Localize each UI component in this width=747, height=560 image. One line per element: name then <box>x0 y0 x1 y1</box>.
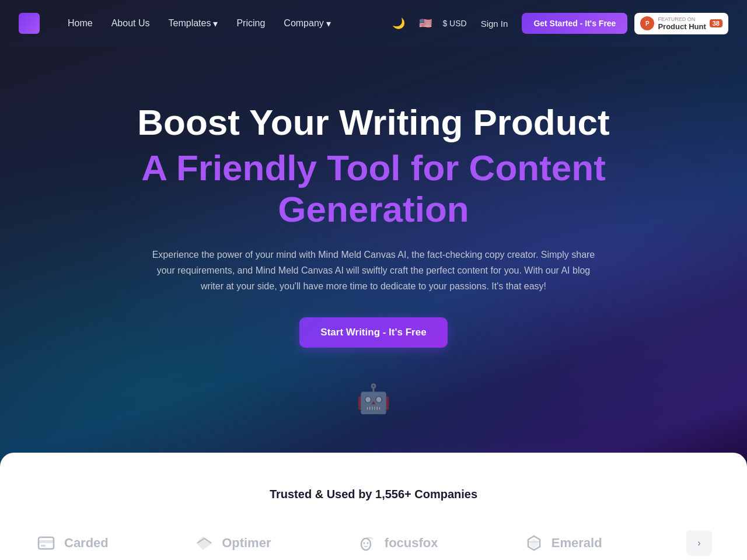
nav-company[interactable]: Company ▾ <box>274 13 340 34</box>
company-name: focusfox <box>385 536 438 551</box>
company-logos: Carded Optimer focusfox <box>35 530 712 556</box>
svg-rect-1 <box>39 540 54 543</box>
svg-marker-7 <box>530 540 537 548</box>
nav-home[interactable]: Home <box>58 13 102 33</box>
product-hunt-logo: P <box>640 16 654 30</box>
svg-point-4 <box>363 542 365 544</box>
company-name: Emerald <box>551 536 602 551</box>
navbar: Home About Us Templates ▾ Pricing Compan… <box>0 0 747 47</box>
nav-right: 🌙 🇺🇸 $ USD Sign In Get Started - It's Fr… <box>389 13 728 34</box>
hero-title-white: Boost Your Writing Product <box>137 103 609 142</box>
optimer-icon <box>193 531 216 555</box>
logo-icon <box>19 13 40 34</box>
hero-cta-button[interactable]: Start Writing - It's Free <box>299 317 447 348</box>
trusted-section: Trusted & Used by 1,556+ Companies Carde… <box>0 453 747 560</box>
trusted-title: Trusted & Used by 1,556+ Companies <box>35 488 712 501</box>
ph-label: Product Hunt <box>658 22 706 31</box>
hero-content: Boost Your Writing Product A Friendly To… <box>137 103 609 348</box>
robot-placeholder: 🤖 <box>350 376 397 422</box>
list-item: Emerald <box>522 531 602 555</box>
signin-button[interactable]: Sign In <box>474 14 515 33</box>
list-item: focusfox <box>355 531 438 555</box>
hero-section: Boost Your Writing Product A Friendly To… <box>0 47 747 467</box>
nav-pricing[interactable]: Pricing <box>227 13 274 33</box>
focusfox-icon <box>355 531 379 555</box>
get-started-button[interactable]: Get Started - It's Free <box>522 13 627 34</box>
hero-description: Experience the power of your mind with M… <box>146 247 601 295</box>
svg-point-5 <box>366 542 368 544</box>
robot-image: 🤖 <box>350 376 397 422</box>
hero-title-purple: A Friendly Tool for Content Generation <box>137 147 609 230</box>
list-item: Optimer <box>193 531 271 555</box>
company-name: Carded <box>64 536 109 551</box>
svg-point-3 <box>361 538 371 550</box>
flag-icon: 🇺🇸 <box>419 17 432 30</box>
language-selector[interactable]: 🇺🇸 <box>416 15 435 32</box>
list-item: Carded <box>35 531 109 555</box>
svg-rect-2 <box>41 545 46 547</box>
chevron-down-icon: ▾ <box>326 18 331 29</box>
ph-featured-text: FEATURED ON <box>658 16 706 22</box>
emerald-icon <box>522 531 546 555</box>
product-hunt-badge[interactable]: P FEATURED ON Product Hunt 38 <box>634 13 728 34</box>
currency-selector[interactable]: $ USD <box>442 19 466 28</box>
company-name: Optimer <box>222 536 271 551</box>
ph-count: 38 <box>710 19 722 27</box>
nav-links: Home About Us Templates ▾ Pricing Compan… <box>58 13 389 34</box>
moon-icon: 🌙 <box>392 17 405 30</box>
logo[interactable] <box>19 13 40 34</box>
next-button[interactable]: › <box>686 530 712 556</box>
dark-mode-toggle[interactable]: 🌙 <box>389 15 409 32</box>
nav-about[interactable]: About Us <box>102 13 159 33</box>
chevron-down-icon: ▾ <box>213 18 218 29</box>
nav-templates[interactable]: Templates ▾ <box>159 13 228 34</box>
carded-icon <box>35 531 58 555</box>
